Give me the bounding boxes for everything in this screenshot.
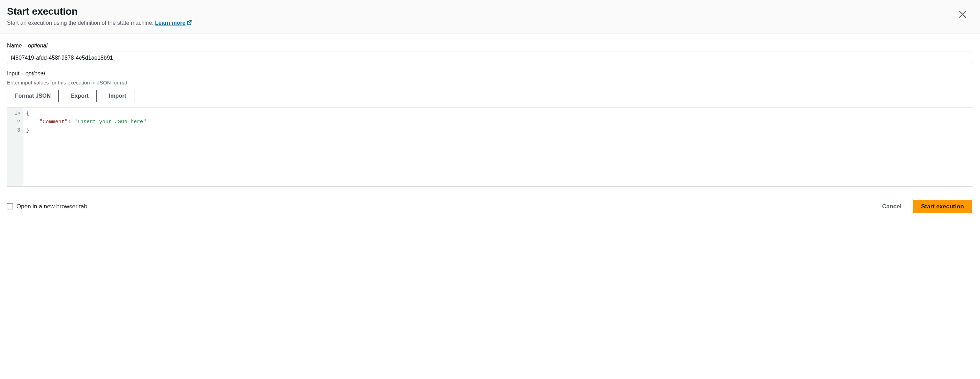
name-section: Name - optional	[7, 43, 973, 64]
editor-code[interactable]: {"Comment": "Insert your JSON here"}	[23, 107, 973, 186]
line-number: 3	[17, 127, 20, 133]
import-button[interactable]: Import	[101, 90, 134, 102]
code-key: "Comment"	[40, 119, 68, 125]
input-helper: Enter input values for this execution in…	[7, 80, 973, 86]
dialog-header: Start execution Start an execution using…	[0, 0, 980, 33]
line-number: 2	[17, 119, 20, 125]
code-colon: :	[68, 119, 71, 125]
start-execution-button[interactable]: Start execution	[913, 200, 972, 213]
input-label-row: Input - optional	[7, 70, 973, 77]
primary-button-wrapper: Start execution	[912, 199, 973, 214]
gutter-line: 1▼	[7, 110, 20, 118]
dialog-footer: Open in a new browser tab Cancel Start e…	[0, 194, 980, 219]
dialog-subtitle: Start an execution using the definition …	[7, 19, 973, 27]
input-optional: optional	[25, 70, 45, 77]
gutter-line: 2	[7, 118, 20, 126]
open-new-tab-text: Open in a new browser tab	[16, 203, 87, 210]
footer-actions: Cancel Start execution	[878, 199, 973, 214]
dialog-subtitle-text: Start an execution using the definition …	[7, 20, 154, 26]
export-button[interactable]: Export	[63, 90, 97, 102]
name-dash: -	[24, 43, 26, 49]
open-new-tab-label[interactable]: Open in a new browser tab	[7, 203, 87, 210]
learn-more-link[interactable]: Learn more	[155, 20, 192, 26]
format-json-button[interactable]: Format JSON	[7, 90, 59, 102]
cancel-button[interactable]: Cancel	[878, 201, 905, 212]
code-string: "Insert your JSON here"	[74, 119, 146, 125]
name-input[interactable]	[7, 52, 973, 64]
open-new-tab-checkbox[interactable]	[7, 204, 13, 209]
input-label: Input	[7, 70, 19, 77]
input-dash: -	[22, 70, 23, 77]
external-link-icon	[187, 19, 192, 27]
name-label-row: Name - optional	[7, 43, 973, 49]
code-brace: }	[26, 127, 29, 133]
close-button[interactable]	[956, 8, 969, 22]
close-icon	[958, 10, 967, 20]
fold-icon[interactable]: ▼	[18, 110, 20, 118]
dialog-body: Name - optional Input - optional Enter i…	[0, 33, 980, 194]
name-label: Name	[7, 43, 22, 49]
json-editor[interactable]: 1▼ 2 3 {"Comment": "Insert your JSON her…	[7, 107, 973, 187]
editor-gutter: 1▼ 2 3	[7, 107, 23, 186]
code-brace: {	[26, 111, 29, 116]
gutter-line: 3	[7, 126, 20, 135]
name-optional: optional	[28, 43, 48, 49]
learn-more-label: Learn more	[155, 20, 185, 26]
input-section: Input - optional Enter input values for …	[7, 70, 973, 187]
dialog-title: Start execution	[7, 6, 973, 18]
line-number: 1	[14, 111, 18, 116]
input-button-row: Format JSON Export Import	[7, 90, 973, 102]
